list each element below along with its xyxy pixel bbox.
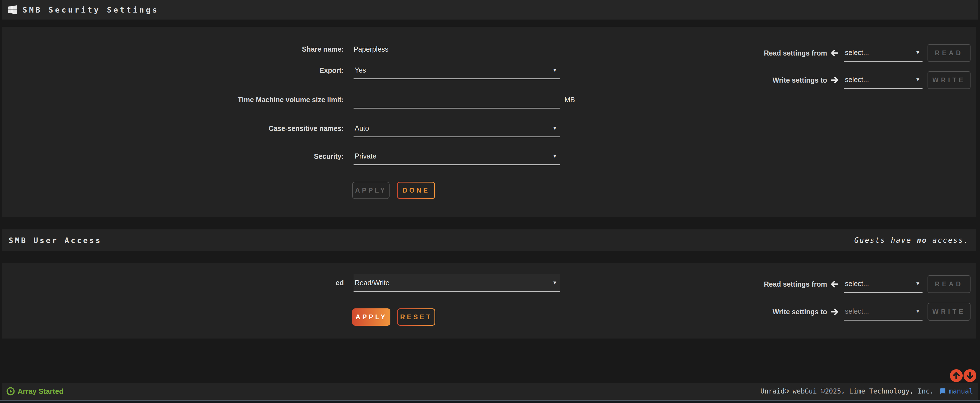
arrow-right-icon xyxy=(830,307,839,316)
read-settings-label: Read settings from xyxy=(735,49,827,57)
guests-note-bold: no xyxy=(916,236,927,244)
arrow-up-icon xyxy=(952,371,961,380)
share-name-label: Share name: xyxy=(2,44,344,54)
arrow-down-icon xyxy=(966,371,974,380)
case-sensitive-label: Case-sensitive names: xyxy=(2,123,344,134)
smb-user-access-header: SMB User Access Guests have no access. xyxy=(2,229,976,251)
guests-note-post: access. xyxy=(927,236,969,244)
chevron-down-icon: ▼ xyxy=(552,125,557,131)
write-settings-row: Write settings to select... ▼ WRITE xyxy=(735,71,970,89)
reset-button[interactable]: RESET xyxy=(397,308,435,326)
array-status: Array Started xyxy=(6,387,64,396)
tm-size-limit-label: Time Machine volume size limit: xyxy=(2,95,344,105)
export-select[interactable]: Yes ▼ xyxy=(353,62,560,79)
arrow-left-icon xyxy=(830,49,839,57)
read-settings-select-value: select... xyxy=(845,280,869,288)
user-access-select[interactable]: Read/Write ▼ xyxy=(353,274,560,292)
security-select-value: Private xyxy=(355,152,376,160)
bottom-bar-deep xyxy=(0,401,980,403)
export-select-value: Yes xyxy=(355,66,366,74)
guests-access-note: Guests have no access. xyxy=(854,236,969,244)
security-select[interactable]: Private ▼ xyxy=(353,148,560,165)
arrow-left-icon xyxy=(830,280,839,288)
write-settings-select-value: select... xyxy=(845,76,869,84)
tm-size-limit-unit: MB xyxy=(565,95,575,105)
smb-user-access-panel: ed Read/Write ▼ APPLY RESET Read setting… xyxy=(2,263,976,339)
chevron-down-icon: ▼ xyxy=(915,77,920,83)
scroll-to-top-button[interactable] xyxy=(950,369,963,382)
page: SMB Security Settings Share name: Paperp… xyxy=(0,0,980,403)
read-settings-row: Read settings from select... ▼ READ xyxy=(735,44,970,62)
bottom-bar xyxy=(0,400,980,403)
copyright-text: Unraid® webGui ©2025, Lime Technology, I… xyxy=(760,387,934,395)
title-bar: SMB Security Settings xyxy=(2,0,978,19)
footer-bar: Array Started Unraid® webGui ©2025, Lime… xyxy=(2,383,978,400)
write-settings-row: Write settings to select... ▼ WRITE xyxy=(735,303,970,321)
user-label: ed xyxy=(2,278,344,288)
array-status-text: Array Started xyxy=(18,387,64,396)
tm-size-limit-input[interactable] xyxy=(353,91,560,108)
smb-security-panel: Share name: Paperpless Export: Yes ▼ Tim… xyxy=(2,27,976,217)
play-circle-icon xyxy=(6,387,15,395)
case-sensitive-select[interactable]: Auto ▼ xyxy=(353,120,560,137)
done-button-label: DONE xyxy=(398,183,434,198)
write-settings-label: Write settings to xyxy=(735,76,827,84)
write-button[interactable]: WRITE xyxy=(928,303,970,321)
apply-button[interactable]: APPLY xyxy=(352,182,390,199)
chevron-down-icon: ▼ xyxy=(915,308,920,314)
read-settings-label: Read settings from xyxy=(735,280,827,288)
read-button[interactable]: READ xyxy=(928,44,970,62)
arrow-right-icon xyxy=(830,76,839,84)
user-access-select-value: Read/Write xyxy=(355,279,390,287)
write-settings-label: Write settings to xyxy=(735,308,827,316)
chevron-down-icon: ▼ xyxy=(552,280,557,286)
apply-button[interactable]: APPLY xyxy=(352,308,390,326)
read-button[interactable]: READ xyxy=(928,275,970,293)
page-title: SMB Security Settings xyxy=(22,6,159,14)
chevron-down-icon: ▼ xyxy=(915,281,920,287)
reset-button-label: RESET xyxy=(398,309,434,325)
manual-link[interactable]: manual xyxy=(949,387,973,395)
read-settings-row: Read settings from select... ▼ READ xyxy=(735,275,970,293)
read-settings-select[interactable]: select... ▼ xyxy=(844,44,923,62)
write-settings-select[interactable]: select... ▼ xyxy=(844,303,923,321)
case-sensitive-select-value: Auto xyxy=(355,124,369,132)
write-settings-select-value: select... xyxy=(845,307,869,315)
read-settings-select[interactable]: select... ▼ xyxy=(844,275,923,293)
section-title: SMB User Access xyxy=(9,236,102,245)
book-icon xyxy=(939,388,947,395)
write-settings-select[interactable]: select... ▼ xyxy=(844,71,923,89)
chevron-down-icon: ▼ xyxy=(915,50,920,56)
write-button[interactable]: WRITE xyxy=(928,71,970,89)
share-name-value: Paperpless xyxy=(353,44,388,54)
windows-logo-icon xyxy=(8,5,17,14)
security-label: Security: xyxy=(2,151,344,161)
export-label: Export: xyxy=(2,65,344,75)
footer-right: Unraid® webGui ©2025, Lime Technology, I… xyxy=(760,387,973,395)
guests-note-pre: Guests have xyxy=(854,236,917,244)
read-settings-select-value: select... xyxy=(845,49,869,57)
chevron-down-icon: ▼ xyxy=(552,67,557,73)
scroll-to-bottom-button[interactable] xyxy=(964,369,976,382)
done-button[interactable]: DONE xyxy=(397,182,435,199)
chevron-down-icon: ▼ xyxy=(552,153,557,159)
